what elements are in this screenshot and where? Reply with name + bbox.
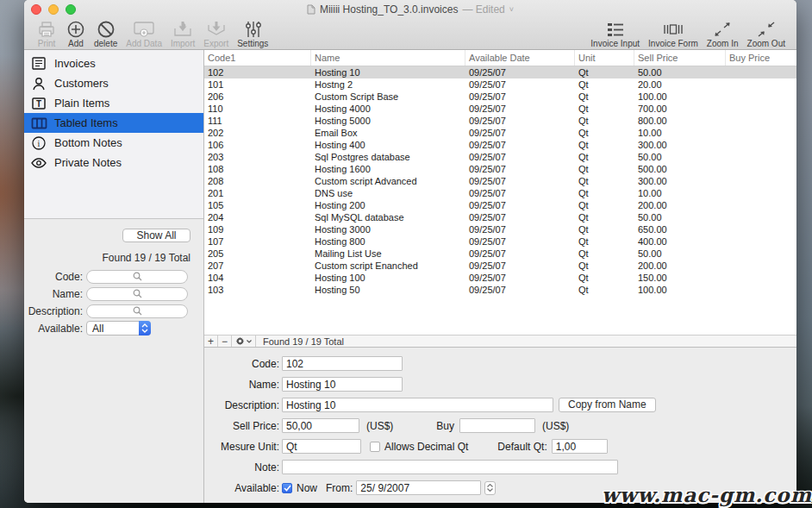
- table-cell: Custom script Enanched: [311, 260, 465, 272]
- code-search-input[interactable]: [86, 270, 188, 284]
- table-row[interactable]: 108Hosting 160009/25/07Qt500.00: [204, 163, 796, 175]
- copy-from-name-button[interactable]: Copy from Name: [559, 398, 656, 412]
- table-row[interactable]: 201DNS use09/25/07Qt10.00: [204, 187, 796, 199]
- filter-label: Name:: [24, 288, 86, 300]
- description-field[interactable]: [282, 398, 553, 412]
- name-field[interactable]: [282, 377, 403, 392]
- title-chevron-down-icon[interactable]: ˅: [509, 5, 514, 14]
- table-row[interactable]: 104Hosting 10009/25/07Qt150.00: [204, 272, 796, 284]
- filter-row: Code:: [24, 269, 203, 284]
- table-row[interactable]: 106Hosting 40009/25/07Qt300.00: [204, 139, 796, 151]
- sell-price-field[interactable]: [282, 418, 359, 433]
- table-cell: Qt: [575, 248, 634, 260]
- sidebar-item-private-notes[interactable]: Private Notes: [24, 153, 203, 172]
- available-dropdown[interactable]: All: [86, 321, 151, 336]
- table-row[interactable]: 208Custom script Advanced09/25/07Qt300.0…: [204, 175, 796, 187]
- table-row[interactable]: 109Hosting 300009/25/07Qt650.00: [204, 223, 796, 235]
- mesure-unit-field[interactable]: [282, 439, 361, 454]
- toolbar-button-invoice-form[interactable]: Invoice Form: [644, 19, 703, 48]
- default-qt-field[interactable]: [552, 439, 608, 454]
- code-field[interactable]: [282, 356, 403, 371]
- table-row[interactable]: 204Sql MySQL database09/25/07Qt50.00: [204, 211, 796, 223]
- available-now-label: Now: [297, 482, 317, 494]
- column-header-name[interactable]: Name: [311, 50, 465, 66]
- table-cell: 102: [204, 66, 311, 78]
- table-row[interactable]: 207Custom script Enanched09/25/07Qt200.0…: [204, 260, 796, 272]
- invoice-form-icon: [662, 20, 684, 39]
- actions-gear-button[interactable]: [232, 336, 256, 347]
- description-search-input[interactable]: [86, 304, 188, 318]
- show-all-button[interactable]: Show All: [122, 229, 191, 242]
- table-cell: Qt: [575, 66, 634, 78]
- traffic-lights: [31, 4, 76, 15]
- sidebar-item-invoices[interactable]: Invoices: [24, 53, 203, 73]
- sidebar-item-plain-items[interactable]: TPlain Items: [24, 93, 203, 113]
- table-cell: 204: [204, 211, 311, 223]
- table-cell: 103: [204, 284, 311, 296]
- table-cell: Hosting 3000: [311, 223, 465, 235]
- allows-decimal-checkbox[interactable]: [370, 442, 380, 452]
- toolbar-button-zoom-out[interactable]: Zoom Out: [743, 19, 790, 48]
- table-cell: 800.00: [634, 115, 726, 127]
- table-row[interactable]: 110Hosting 400009/25/07Qt700.00: [204, 103, 796, 115]
- column-header-unit[interactable]: Unit: [575, 50, 634, 66]
- table-row[interactable]: 202Email Box09/25/07Qt10.00: [204, 127, 796, 139]
- table-row[interactable]: 111Hosting 500009/25/07Qt800.00: [204, 115, 796, 127]
- toolbar-button-zoom-in[interactable]: Zoom In: [703, 19, 743, 48]
- toolbar-button-add[interactable]: Add: [62, 19, 90, 48]
- close-button[interactable]: [31, 4, 41, 15]
- available-now-checkbox[interactable]: [282, 483, 292, 493]
- toolbar-button-settings[interactable]: Settings: [233, 19, 272, 48]
- add-circle-icon: [66, 20, 85, 39]
- remove-row-button[interactable]: −: [218, 336, 232, 347]
- sidebar-item-bottom-notes[interactable]: iBottom Notes: [24, 133, 203, 153]
- table-cell: Email Box: [311, 127, 465, 139]
- toolbar-button-delete[interactable]: delete: [90, 19, 122, 48]
- table-cell: 20.00: [634, 78, 726, 91]
- table-cell: 50.00: [634, 151, 726, 163]
- sidebar-item-label: Customers: [54, 77, 109, 90]
- note-field[interactable]: [282, 460, 618, 474]
- table-row[interactable]: 206Custom Script Base09/25/07Qt100.00: [204, 91, 796, 103]
- table-row[interactable]: 203Sql Postgres database09/25/07Qt50.00: [204, 151, 796, 163]
- table-cell: 09/25/07: [465, 66, 575, 78]
- add-row-button[interactable]: +: [204, 336, 218, 347]
- column-header-code1[interactable]: Code1: [204, 50, 311, 66]
- search-icon: [133, 272, 142, 281]
- table-cell: Qt: [575, 163, 634, 175]
- toolbar-button-label: Invoice Input: [590, 39, 640, 48]
- table-row[interactable]: 107Hosting 80009/25/07Qt400.00: [204, 235, 796, 248]
- table-row[interactable]: 103Hosting 5009/25/07Qt100.00: [204, 284, 796, 296]
- minimize-button[interactable]: [48, 4, 59, 15]
- table-row[interactable]: 205Mailing List Use09/25/07Qt50.00: [204, 248, 796, 260]
- column-header-sell-price[interactable]: Sell Price: [634, 50, 726, 66]
- eye-icon: [30, 157, 47, 169]
- table-cell: 09/25/07: [465, 163, 575, 175]
- column-header-available-date[interactable]: Available Date: [465, 50, 575, 66]
- name-search-input[interactable]: [86, 287, 188, 301]
- date-stepper[interactable]: [484, 481, 496, 495]
- toolbar-button-invoice-input[interactable]: Invoice Input: [586, 19, 644, 48]
- add-data-icon: [132, 20, 156, 39]
- table-row[interactable]: 105Hosting 20009/25/07Qt200.00: [204, 199, 796, 211]
- allows-decimal-label: Allows Decimal Qt: [384, 441, 468, 453]
- table-row[interactable]: 102Hosting 1009/25/07Qt50.00: [204, 66, 796, 78]
- sidebar-item-customers[interactable]: Customers: [24, 73, 203, 93]
- title-bar[interactable]: Miiiii Hosting_TO_3.0.invoices — Edited …: [24, 0, 796, 19]
- buy-price-field[interactable]: [459, 418, 535, 433]
- table-cell: 400.00: [634, 235, 726, 248]
- name-row: Name:: [204, 377, 796, 392]
- table-cell: 09/25/07: [465, 260, 575, 272]
- zoom-button[interactable]: [66, 4, 76, 15]
- table-cell: 50.00: [634, 211, 726, 223]
- table-cell: [726, 211, 796, 223]
- table-row[interactable]: 101Hostng 209/25/07Qt20.00: [204, 78, 796, 91]
- sidebar-item-tabled-items[interactable]: Tabled Items: [24, 113, 203, 133]
- table-cell: Qt: [575, 284, 634, 296]
- column-header-buy-price[interactable]: Buy Price: [726, 50, 796, 66]
- from-date-field[interactable]: [356, 480, 481, 495]
- filter-row: Name:: [24, 286, 203, 301]
- table-icon: [30, 117, 47, 129]
- available-label: Available:: [204, 482, 282, 494]
- toolbar-button-export: Export: [199, 19, 233, 48]
